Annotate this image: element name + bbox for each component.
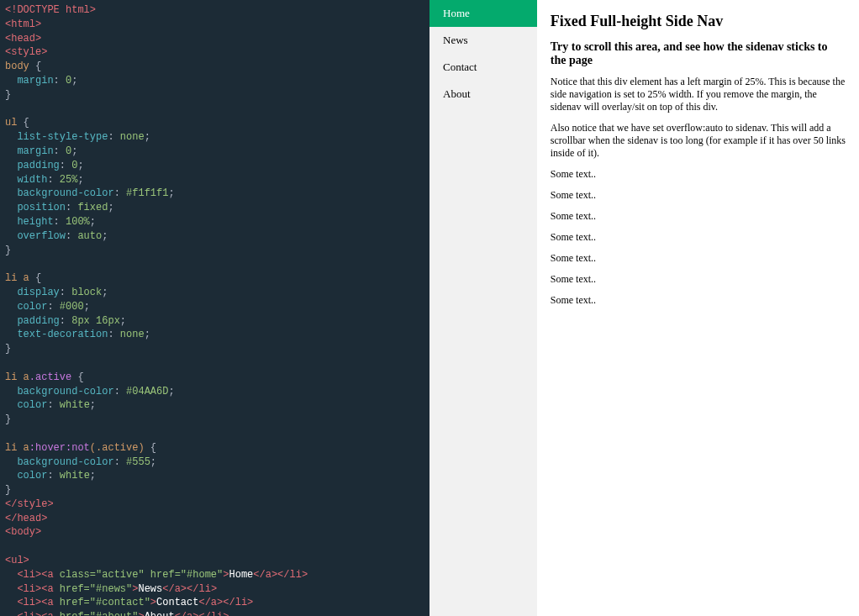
preview-heading: Fixed Full-height Side Nav	[551, 13, 846, 30]
preview-filler-text: Some text..	[551, 210, 846, 223]
preview-paragraph: Notice that this div element has a left …	[551, 76, 846, 113]
preview-filler-text: Some text..	[551, 189, 846, 202]
preview-pane: HomeNewsContactAbout Fixed Full-height S…	[430, 0, 859, 616]
preview-filler-text: Some text..	[551, 294, 846, 307]
preview-filler-text: Some text..	[551, 231, 846, 244]
preview-filler-text: Some text..	[551, 168, 846, 181]
nav-link-news[interactable]: News	[430, 27, 537, 54]
preview-subheading: Try to scroll this area, and see how the…	[551, 40, 846, 67]
code-editor[interactable]: <!DOCTYPE html> <html> <head> <style> bo…	[0, 0, 430, 616]
split-view: <!DOCTYPE html> <html> <head> <style> bo…	[0, 0, 859, 616]
nav-link-home[interactable]: Home	[430, 0, 537, 27]
side-nav: HomeNewsContactAbout	[430, 0, 537, 616]
nav-link-contact[interactable]: Contact	[430, 54, 537, 81]
nav-link-about[interactable]: About	[430, 81, 537, 108]
preview-filler-text: Some text..	[551, 273, 846, 286]
preview-paragraph: Also notice that we have set overflow:au…	[551, 122, 846, 160]
preview-content: Fixed Full-height Side Nav Try to scroll…	[537, 0, 859, 616]
preview-filler-text: Some text..	[551, 252, 846, 265]
